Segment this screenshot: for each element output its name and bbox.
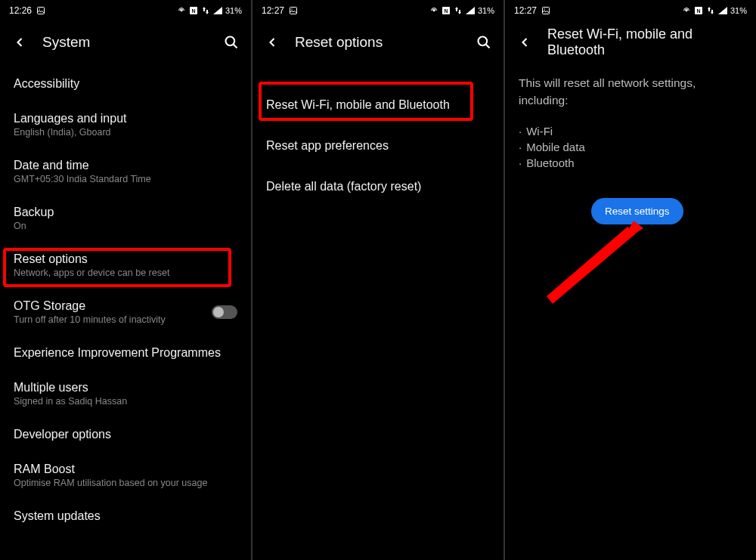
signal-icon xyxy=(213,6,222,15)
delete-all-data[interactable]: Delete all data (factory reset) xyxy=(253,166,503,207)
setting-languages[interactable]: Languages and input English (India), Gbo… xyxy=(0,101,251,148)
header: System xyxy=(0,21,251,63)
nfc-icon: N xyxy=(442,6,451,15)
battery-percent: 31% xyxy=(730,6,747,15)
highlight-reset-options xyxy=(3,248,231,287)
search-button[interactable] xyxy=(222,33,240,51)
back-button[interactable] xyxy=(263,33,281,51)
bullet-bluetooth: Bluetooth xyxy=(519,155,742,171)
data-icon xyxy=(201,6,210,15)
header: Reset Wi-Fi, mobile and Bluetooth xyxy=(505,21,756,63)
page-title: Reset Wi-Fi, mobile and Bluetooth xyxy=(547,26,745,58)
svg-rect-0 xyxy=(38,8,45,14)
svg-marker-18 xyxy=(547,227,636,304)
svg-point-13 xyxy=(544,8,545,10)
svg-text:N: N xyxy=(191,8,195,14)
svg-point-8 xyxy=(433,10,435,11)
image-icon xyxy=(36,6,45,15)
data-icon xyxy=(706,6,715,15)
svg-point-14 xyxy=(686,10,687,11)
status-icons: N 31% xyxy=(177,6,242,15)
status-bar: 12:27 N 31% xyxy=(253,0,503,21)
status-bar: 12:26 N 31% xyxy=(0,0,251,21)
svg-text:N: N xyxy=(696,8,700,14)
setting-experience-improvement[interactable]: Experience Improvement Programmes xyxy=(0,336,251,370)
svg-text:N: N xyxy=(444,8,448,14)
otg-toggle[interactable] xyxy=(212,305,237,319)
svg-rect-6 xyxy=(290,8,297,14)
reset-app-preferences[interactable]: Reset app preferences xyxy=(253,125,503,166)
svg-point-5 xyxy=(226,37,235,46)
page-title: System xyxy=(42,34,209,51)
bullet-mobile-data: Mobile data xyxy=(519,139,742,155)
search-button[interactable] xyxy=(475,33,493,51)
setting-ram-boost[interactable]: RAM Boost Optimise RAM utilisation based… xyxy=(0,452,251,499)
back-button[interactable] xyxy=(516,33,534,51)
settings-list: Accessibility Languages and input Englis… xyxy=(0,63,251,534)
reset-bullets: Wi-Fi Mobile data Bluetooth xyxy=(505,120,756,171)
annotation-arrow xyxy=(539,212,652,310)
status-icons: N 31% xyxy=(682,6,747,15)
data-icon xyxy=(454,6,463,15)
battery-percent: 31% xyxy=(225,6,242,15)
status-bar: 12:27 N 31% xyxy=(505,0,756,21)
header: Reset options xyxy=(253,21,503,63)
svg-point-11 xyxy=(479,37,488,46)
hotspot-icon xyxy=(682,6,691,15)
signal-icon xyxy=(718,6,727,15)
setting-multiple-users[interactable]: Multiple users Signed in as Sadiq Hassan xyxy=(0,370,251,417)
bullet-wifi: Wi-Fi xyxy=(519,123,742,139)
image-icon xyxy=(541,6,550,15)
nfc-icon: N xyxy=(189,6,198,15)
panel-system: 12:26 N 31% System Accessibility Languag… xyxy=(0,0,251,560)
reset-info: This will reset all network settings, in… xyxy=(505,63,756,120)
page-title: Reset options xyxy=(295,34,461,51)
reset-settings-button[interactable]: Reset settings xyxy=(591,198,683,224)
hotspot-icon xyxy=(429,6,438,15)
setting-accessibility[interactable]: Accessibility xyxy=(0,67,251,101)
setting-backup[interactable]: Backup On xyxy=(0,195,251,242)
panel-reset-options: 12:27 N 31% Reset options Reset Wi-Fi, m… xyxy=(251,0,503,560)
svg-point-2 xyxy=(181,10,182,11)
nfc-icon: N xyxy=(694,6,703,15)
status-time: 12:27 xyxy=(514,5,537,16)
hotspot-icon xyxy=(177,6,186,15)
setting-system-updates[interactable]: System updates xyxy=(0,499,251,534)
setting-developer-options[interactable]: Developer options xyxy=(0,417,251,452)
svg-rect-12 xyxy=(543,8,550,14)
svg-point-1 xyxy=(39,8,40,10)
battery-percent: 31% xyxy=(478,6,494,15)
signal-icon xyxy=(466,6,475,15)
setting-date-time[interactable]: Date and time GMT+05:30 India Standard T… xyxy=(0,148,251,195)
image-icon xyxy=(289,6,298,15)
back-button[interactable] xyxy=(11,33,29,51)
setting-otg-storage[interactable]: OTG Storage Turn off after 10 minutes of… xyxy=(0,289,251,336)
panel-reset-network: 12:27 N 31% Reset Wi-Fi, mobile and Blue… xyxy=(503,0,756,560)
status-icons: N 31% xyxy=(429,6,494,15)
svg-point-7 xyxy=(291,8,293,10)
status-time: 12:26 xyxy=(9,5,32,16)
status-time: 12:27 xyxy=(262,5,284,16)
highlight-reset-wifi xyxy=(259,82,473,121)
